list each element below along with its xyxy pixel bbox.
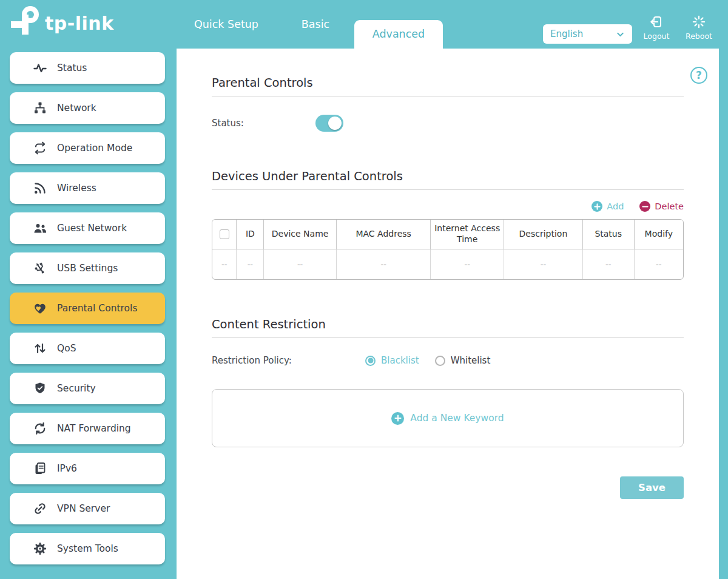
tplink-logo-icon bbox=[8, 3, 41, 38]
sidebar-item-label: VPN Server bbox=[57, 503, 110, 514]
right-edge-strip bbox=[719, 0, 728, 579]
logout-label: Logout bbox=[639, 32, 673, 41]
sidebar-item-label: Status bbox=[57, 63, 87, 73]
column-header-description: Description bbox=[504, 220, 583, 249]
sidebar-item-label: IPv6 bbox=[57, 463, 77, 474]
sidebar-item-status[interactable]: Status bbox=[10, 52, 165, 84]
table-cell: -- bbox=[431, 249, 504, 279]
system-tools-icon bbox=[33, 541, 47, 556]
tplink-logo: tp-link bbox=[8, 3, 114, 38]
guest-network-icon bbox=[33, 221, 47, 235]
restriction-policy-label: Restriction Policy: bbox=[212, 355, 365, 366]
save-button[interactable]: Save bbox=[620, 476, 684, 499]
vpn-icon bbox=[33, 501, 47, 516]
status-toggle[interactable] bbox=[315, 115, 343, 132]
table-cell: -- bbox=[336, 249, 430, 279]
radio-whitelist[interactable]: Whitelist bbox=[435, 355, 491, 366]
column-header-device-name: Device Name bbox=[264, 220, 337, 249]
logout-icon bbox=[649, 15, 664, 29]
logo-text: tp-link bbox=[45, 13, 114, 34]
sidebar-item-label: Guest Network bbox=[57, 223, 127, 234]
sidebar-item-ipv6[interactable]: IPv6 bbox=[10, 453, 165, 484]
sidebar-item-nat-forwarding[interactable]: NAT Forwarding bbox=[10, 413, 165, 444]
toggle-knob bbox=[328, 117, 342, 130]
sidebar-item-parental-controls[interactable]: Parental Controls bbox=[10, 293, 165, 324]
table-cell: -- bbox=[504, 249, 583, 279]
radio-blacklist[interactable]: Blacklist bbox=[365, 355, 419, 366]
divider bbox=[212, 189, 684, 190]
sidebar: Status Network Operat bbox=[0, 49, 177, 579]
table-actions: Add Delete bbox=[212, 201, 684, 212]
language-value: English bbox=[550, 29, 583, 39]
network-icon bbox=[33, 101, 47, 115]
tab-quick-setup[interactable]: Quick Setup bbox=[182, 0, 271, 49]
parental-controls-icon bbox=[33, 301, 47, 316]
help-icon[interactable]: ? bbox=[690, 67, 707, 84]
table-cell: -- bbox=[212, 249, 237, 279]
ipv6-icon bbox=[33, 461, 47, 476]
tab-advanced[interactable]: Advanced bbox=[354, 20, 443, 49]
page: tp-link Quick Setup Basic Advanced Engli… bbox=[0, 0, 728, 579]
radio-button bbox=[435, 356, 445, 366]
sidebar-item-label: Network bbox=[57, 103, 96, 113]
reboot-button[interactable]: Reboot bbox=[682, 15, 716, 41]
sidebar-item-label: Security bbox=[57, 383, 96, 394]
select-all-checkbox[interactable] bbox=[220, 229, 229, 239]
sidebar-item-label: NAT Forwarding bbox=[57, 423, 131, 434]
plus-icon bbox=[391, 412, 404, 425]
main-content: ? Parental Controls Status: Devices Unde… bbox=[177, 49, 719, 579]
sidebar-item-label: Parental Controls bbox=[57, 303, 137, 314]
reboot-icon bbox=[692, 15, 706, 29]
sidebar-item-vpn-server[interactable]: VPN Server bbox=[10, 493, 165, 524]
sidebar-item-wireless[interactable]: Wireless bbox=[10, 172, 165, 204]
table-row: -- -- -- -- -- -- -- -- bbox=[212, 249, 683, 279]
whitelist-label: Whitelist bbox=[451, 355, 491, 366]
delete-device-button[interactable]: Delete bbox=[639, 201, 684, 212]
wireless-icon bbox=[33, 181, 47, 195]
add-label: Add bbox=[607, 201, 624, 211]
parental-controls-title: Parental Controls bbox=[212, 76, 684, 90]
content-restriction-title: Content Restriction bbox=[212, 317, 684, 331]
table-cell: -- bbox=[582, 249, 634, 279]
column-header-internet-access-time: Internet Access Time bbox=[431, 220, 504, 249]
divider bbox=[212, 96, 684, 96]
save-row: Save bbox=[212, 476, 684, 499]
restriction-policy-row: Restriction Policy: Blacklist Whitelist bbox=[212, 355, 684, 366]
status-label: Status: bbox=[212, 118, 315, 129]
status-row: Status: bbox=[212, 115, 684, 132]
delete-label: Delete bbox=[655, 201, 684, 211]
blacklist-label: Blacklist bbox=[381, 355, 419, 366]
radio-button bbox=[365, 356, 376, 366]
policy-radio-group: Blacklist Whitelist bbox=[365, 355, 490, 366]
sidebar-item-security[interactable]: Security bbox=[10, 373, 165, 404]
logout-button[interactable]: Logout bbox=[639, 15, 673, 41]
chevron-down-icon bbox=[616, 30, 625, 39]
add-keyword-label: Add a New Keyword bbox=[410, 413, 504, 424]
sidebar-item-guest-network[interactable]: Guest Network bbox=[10, 212, 165, 244]
devices-title: Devices Under Parental Controls bbox=[212, 169, 684, 183]
sidebar-item-network[interactable]: Network bbox=[10, 92, 165, 124]
column-header-modify: Modify bbox=[634, 220, 683, 249]
tab-basic[interactable]: Basic bbox=[285, 0, 346, 49]
sidebar-item-label: Wireless bbox=[57, 183, 96, 194]
table-cell: -- bbox=[237, 249, 264, 279]
language-select[interactable]: English bbox=[543, 24, 632, 44]
sidebar-item-label: Operation Mode bbox=[57, 143, 132, 154]
add-keyword-button[interactable]: Add a New Keyword bbox=[212, 389, 684, 447]
devices-table: ID Device Name MAC Address Internet Acce… bbox=[212, 219, 684, 280]
add-icon bbox=[592, 201, 602, 212]
sidebar-item-operation-mode[interactable]: Operation Mode bbox=[10, 132, 165, 164]
add-device-button[interactable]: Add bbox=[592, 201, 624, 212]
reboot-label: Reboot bbox=[682, 32, 716, 41]
nat-forwarding-icon bbox=[33, 421, 47, 436]
divider bbox=[212, 337, 684, 338]
usb-icon bbox=[33, 261, 47, 276]
sidebar-item-label: System Tools bbox=[57, 543, 118, 554]
checkbox-header-cell bbox=[212, 220, 237, 249]
sidebar-item-label: QoS bbox=[57, 343, 76, 354]
sidebar-item-usb-settings[interactable]: USB Settings bbox=[10, 252, 165, 284]
sidebar-item-system-tools[interactable]: System Tools bbox=[10, 533, 165, 564]
status-icon bbox=[33, 61, 47, 75]
sidebar-item-qos[interactable]: QoS bbox=[10, 333, 165, 364]
table-cell: -- bbox=[264, 249, 337, 279]
